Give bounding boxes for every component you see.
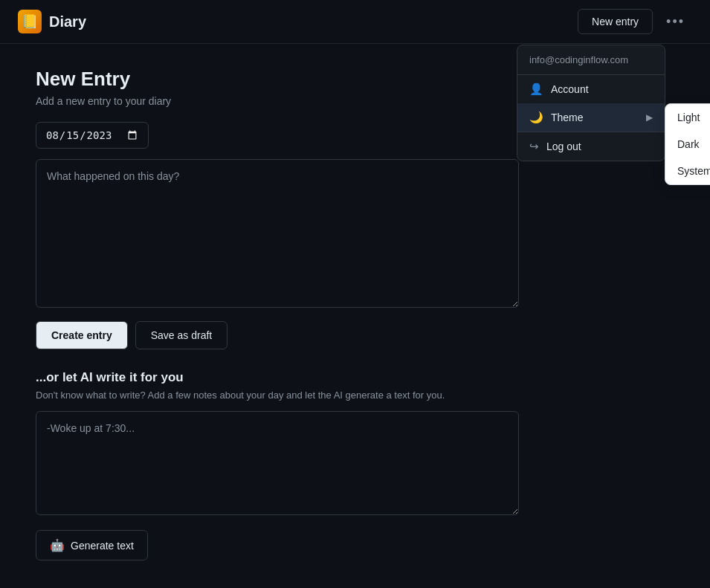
generate-icon: 🤖: [50, 538, 65, 552]
diary-logo-icon: 📒: [18, 10, 42, 33]
dropdown-account[interactable]: 👤 Account: [517, 75, 665, 103]
logo-area: 📒 Diary: [18, 10, 86, 33]
theme-option-dark[interactable]: Dark: [665, 131, 710, 158]
theme-option-light[interactable]: Light: [665, 104, 710, 131]
action-buttons: Create entry Save as draft: [36, 321, 529, 349]
theme-icon: 🌙: [529, 111, 543, 124]
theme-option-system[interactable]: System: [665, 158, 710, 184]
dropdown-logout[interactable]: ↪ Log out: [517, 132, 665, 161]
header-right: New entry ••• info@codinginflow.com 👤 Ac…: [578, 9, 692, 34]
diary-textarea[interactable]: [36, 159, 519, 308]
generate-text-button[interactable]: 🤖 Generate text: [36, 530, 148, 560]
save-draft-button[interactable]: Save as draft: [135, 321, 228, 349]
app-title: Diary: [49, 13, 86, 30]
account-label: Account: [551, 83, 589, 95]
dropdown-menu: info@codinginflow.com 👤 Account 🌙 Theme …: [517, 45, 665, 161]
main-content: New Entry Add a new entry to your diary …: [0, 44, 565, 584]
page-subtitle: Add a new entry to your diary: [36, 95, 529, 107]
more-menu-button[interactable]: •••: [659, 10, 692, 34]
ai-section-title: ...or let AI write it for you: [36, 370, 529, 385]
ai-notes-textarea[interactable]: -Woke up at 7:30...: [36, 411, 519, 515]
ai-section: ...or let AI write it for you Don't know…: [36, 370, 529, 560]
theme-submenu: Light Dark System: [665, 103, 710, 185]
ai-section-subtitle: Don't know what to write? Add a few note…: [36, 390, 529, 401]
theme-label: Theme: [551, 112, 584, 123]
dropdown-email: info@codinginflow.com: [517, 45, 665, 75]
chevron-right-icon: ▶: [646, 112, 653, 123]
create-entry-button[interactable]: Create entry: [36, 321, 128, 349]
dropdown-theme[interactable]: 🌙 Theme ▶ Light Dark System: [517, 103, 665, 132]
date-input[interactable]: [36, 122, 149, 149]
new-entry-button[interactable]: New entry: [578, 9, 653, 34]
logout-label: Log out: [546, 140, 581, 152]
account-icon: 👤: [529, 83, 543, 96]
header: 📒 Diary New entry ••• info@codinginflow.…: [0, 0, 710, 44]
logout-icon: ↪: [529, 140, 539, 153]
page-title: New Entry: [36, 68, 529, 91]
generate-label: Generate text: [71, 540, 134, 552]
